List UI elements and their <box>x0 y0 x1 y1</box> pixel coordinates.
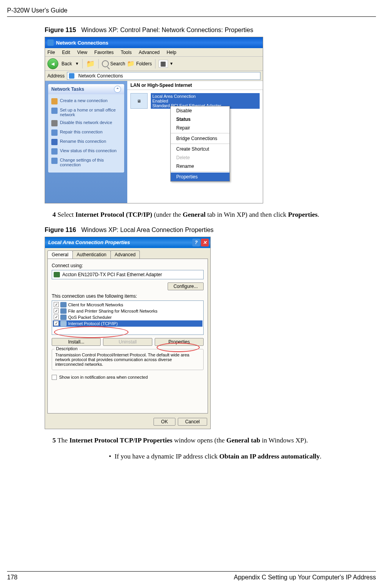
menu-tools[interactable]: Tools <box>121 50 132 55</box>
close-icon[interactable]: ✕ <box>201 239 209 246</box>
back-label[interactable]: Back <box>61 61 72 67</box>
checkbox-icon[interactable]: ✓ <box>54 321 59 326</box>
collapse-icon[interactable]: ⌃ <box>114 86 121 93</box>
properties-button[interactable]: Properties <box>155 338 204 346</box>
configure-button[interactable]: Configure... <box>168 282 204 290</box>
tab-authentication[interactable]: Authentication <box>72 250 111 259</box>
item-tcpip[interactable]: ✓ Internet Protocol (TCP/IP) <box>53 320 202 327</box>
checkbox-icon[interactable]: ✓ <box>54 302 59 307</box>
install-button[interactable]: Install... <box>52 338 101 346</box>
figure116-screenshot: Local Area Connection Properties ? ✕ Gen… <box>45 237 211 429</box>
menu-advanced[interactable]: Advanced <box>139 50 159 55</box>
network-tasks-panel: Network Tasks ⌃ Create a new connection … <box>48 84 124 173</box>
service-icon <box>60 308 67 314</box>
figure115-label: Figure 115 <box>45 27 76 33</box>
item-label: File and Printer Sharing for Microsoft N… <box>68 309 157 313</box>
dialog-body: General Authentication Advanced Connect … <box>45 248 210 429</box>
ctx-rename[interactable]: Rename <box>171 162 229 171</box>
header-title: P-320W User's Guide <box>7 7 67 14</box>
back-icon[interactable]: ◄ <box>47 58 58 69</box>
figure116-caption: Figure 116 Windows XP: Local Area Connec… <box>45 227 352 234</box>
ctx-disable[interactable]: Disable <box>171 106 229 115</box>
step4-b1: Internet Protocol (TCP/IP) <box>76 211 152 218</box>
header-rule <box>7 16 376 17</box>
task-repair[interactable]: Repair this connection <box>51 128 121 137</box>
item-label: Internet Protocol (TCP/IP) <box>68 321 118 326</box>
task-setup-network[interactable]: Set up a home or small office network <box>51 106 121 119</box>
step4-t1: Select <box>58 211 76 218</box>
task-label: Disable this network device <box>60 120 112 125</box>
menubar: File Edit View Favorites Tools Advanced … <box>45 48 263 57</box>
menu-file[interactable]: File <box>47 50 55 55</box>
address-value: Network Connections <box>78 73 123 79</box>
figure115-screenshot: Network Connections File Edit View Favor… <box>45 37 263 203</box>
task-label: View status of this connection <box>60 148 117 153</box>
step4-t3: tab in Win XP) and then click <box>206 211 288 218</box>
address-label: Address <box>47 73 65 79</box>
rename-icon <box>51 139 58 145</box>
protocol-icon <box>60 321 67 326</box>
back-dropdown-icon[interactable]: ▼ <box>75 61 79 66</box>
ctx-bridge[interactable]: Bridge Connections <box>171 134 229 143</box>
folders-button[interactable]: 📁 Folders <box>127 60 152 67</box>
ctx-shortcut[interactable]: Create Shortcut <box>171 145 229 153</box>
views-dropdown-icon[interactable]: ▼ <box>170 61 173 66</box>
item-label: Client for Microsoft Networks <box>68 302 123 307</box>
tab-bar: General Authentication Advanced <box>47 250 208 259</box>
body: Network Tasks ⌃ Create a new connection … <box>45 81 263 203</box>
window-titlebar: Network Connections <box>45 37 263 48</box>
show-icon-row: Show icon in notification area when conn… <box>52 375 204 380</box>
tab-general[interactable]: General <box>47 250 73 259</box>
menu-edit[interactable]: Edit <box>62 50 70 55</box>
lac-name: Local Area Connection <box>152 94 258 99</box>
task-label: Rename this connection <box>60 139 106 144</box>
address-icon <box>69 73 74 79</box>
step5-paragraph: 5 The Internet Protocol TCP/IP Propertie… <box>52 436 352 445</box>
dialog-title: Local Area Connection Properties <box>48 239 130 245</box>
ok-button[interactable]: OK <box>154 418 175 426</box>
help-icon[interactable]: ? <box>192 239 200 246</box>
item-client[interactable]: ✓ Client for Microsoft Networks <box>53 302 202 308</box>
ctx-status[interactable]: Status <box>171 115 229 124</box>
ctx-delete: Delete <box>171 153 229 162</box>
ctx-properties[interactable]: Properties <box>171 173 229 181</box>
task-label: Change settings of this connection <box>60 158 121 167</box>
ctx-divider <box>171 171 229 172</box>
menu-favorites[interactable]: Favorites <box>94 50 114 55</box>
tab-advanced[interactable]: Advanced <box>110 250 140 259</box>
task-create-connection[interactable]: Create a new connection <box>51 97 121 106</box>
description-text: Transmission Control Protocol/Internet P… <box>55 352 189 367</box>
titlebar-buttons: ? ✕ <box>192 239 209 246</box>
home-network-icon <box>51 108 58 114</box>
tasks-header[interactable]: Network Tasks ⌃ <box>48 84 124 94</box>
item-file-printer[interactable]: ✓ File and Printer Sharing for Microsoft… <box>53 308 202 314</box>
up-folder-icon[interactable]: 📁 <box>86 59 95 68</box>
connections-list-area: LAN or High-Speed Internet 🖥 Local Area … <box>127 81 263 203</box>
footer-title: Appendix C Setting up Your Computer's IP… <box>234 574 376 581</box>
bullet-t1: If you have a dynamic IP address click <box>114 453 219 460</box>
task-disable-device[interactable]: Disable this network device <box>51 119 121 128</box>
ctx-repair[interactable]: Repair <box>171 124 229 132</box>
ctx-divider <box>171 133 229 133</box>
connection-icon: 🖥 <box>130 93 148 109</box>
nic-icon <box>54 272 60 277</box>
item-qos[interactable]: ✓ QoS Packet Scheduler <box>53 314 202 320</box>
cancel-button[interactable]: Cancel <box>178 418 207 426</box>
views-icon[interactable]: ▦ <box>159 60 168 68</box>
checkbox-icon[interactable]: ✓ <box>54 308 59 313</box>
dialog-titlebar: Local Area Connection Properties ? ✕ <box>45 237 210 248</box>
toolbar-divider <box>155 59 155 68</box>
task-view-status[interactable]: View status of this connection <box>51 147 121 156</box>
step4-paragraph: 4 Select Internet Protocol (TCP/IP) (und… <box>52 210 352 219</box>
search-button[interactable]: Search <box>102 60 125 67</box>
step4-b2: General <box>183 211 206 218</box>
task-rename[interactable]: Rename this connection <box>51 137 121 147</box>
menu-help[interactable]: Help <box>167 50 177 55</box>
show-icon-checkbox[interactable] <box>52 375 57 380</box>
items-listbox[interactable]: ✓ Client for Microsoft Networks ✓ File a… <box>52 300 204 335</box>
task-change-settings[interactable]: Change settings of this connection <box>51 156 121 169</box>
address-input[interactable]: Network Connections <box>67 72 260 80</box>
checkbox-icon[interactable]: ✓ <box>54 315 59 320</box>
menu-view[interactable]: View <box>77 50 87 55</box>
search-label: Search <box>110 61 125 67</box>
